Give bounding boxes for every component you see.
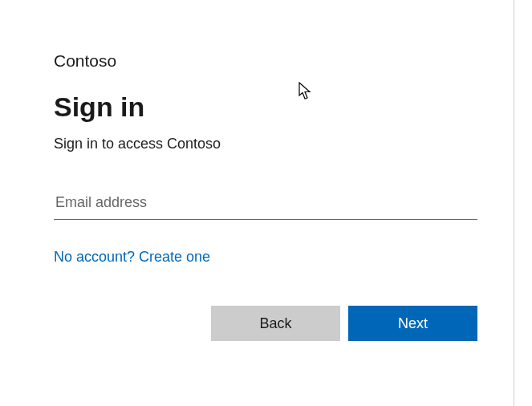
page-subtitle: Sign in to access Contoso — [54, 136, 477, 152]
brand-label: Contoso — [54, 51, 477, 71]
signin-panel: Contoso Sign in Sign in to access Contos… — [54, 51, 477, 341]
panel-right-divider — [514, 0, 514, 406]
email-field[interactable] — [54, 189, 477, 220]
button-row: Back Next — [54, 306, 477, 341]
create-account-link[interactable]: No account? Create one — [54, 249, 210, 266]
page-title: Sign in — [54, 91, 477, 123]
next-button[interactable]: Next — [348, 306, 477, 341]
back-button[interactable]: Back — [211, 306, 340, 341]
